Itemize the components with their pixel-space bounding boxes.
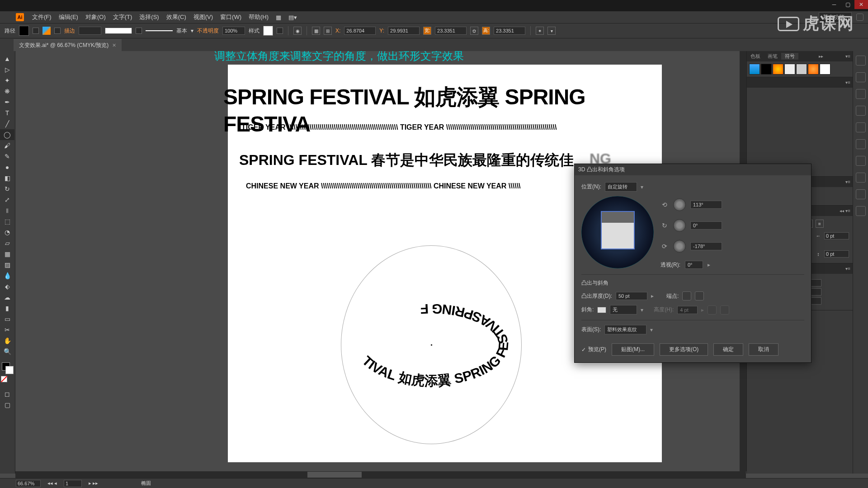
rotate-z-dial[interactable] [673,240,686,253]
indent-right[interactable] [824,232,849,239]
blob-tool[interactable]: ● [0,162,14,173]
align-icon[interactable]: ▦ [312,27,320,35]
recolor-icon[interactable]: ◉ [293,27,302,35]
stroke-weight[interactable] [79,27,101,35]
screen-mode[interactable]: ▢ [0,399,14,410]
dock-icon[interactable] [856,189,866,199]
x-input[interactable] [344,27,376,35]
stroke-label[interactable]: 描边 [64,27,75,35]
eyedropper-tool[interactable]: 💧 [0,270,14,281]
document-tab[interactable]: 文变效果.ai* @ 66.67% (CMYK/预览) ✕ [14,39,122,51]
w-input[interactable] [435,27,467,35]
rotate-x-dial[interactable] [673,198,686,211]
h-input[interactable] [494,27,525,35]
stroke-preview[interactable] [105,28,132,34]
menu-type[interactable]: 文字(T) [109,13,136,21]
close-button[interactable]: ✕ [854,0,868,9]
menu-layout-icon[interactable]: ▦ [272,14,285,21]
space-after[interactable] [824,250,849,258]
pen-tool[interactable]: ✒ [0,97,14,108]
panel-menu-icon[interactable]: ▾≡ [843,54,853,59]
color-picker[interactable] [0,361,15,375]
rotate-tool[interactable]: ↻ [0,183,14,194]
text-line-3[interactable]: SPRING FESTIVAL 春节是中华民族最隆重的传统佳 [239,150,574,170]
brush-icon[interactable] [42,27,51,35]
more-icon[interactable]: ▾ [547,27,556,35]
style-dd[interactable] [277,28,283,34]
tab-color[interactable]: 色板 [747,53,764,60]
shape-icon[interactable]: ✦ [536,27,544,35]
preview-checkbox[interactable]: ✓预览(P) [581,346,606,353]
menu-window[interactable]: 窗口(W) [217,13,245,21]
perspective-input[interactable] [685,261,703,269]
zoom-input[interactable] [16,480,41,487]
ellipse-tool[interactable]: ◯ [0,129,14,140]
cap-on-button[interactable] [682,291,691,300]
symbol-item[interactable] [808,64,819,75]
cancel-button[interactable]: 取消 [749,343,778,356]
brush-tool[interactable]: 🖌 [0,140,14,151]
stroke-dd[interactable] [136,28,142,34]
hand-tool[interactable]: ✋ [0,335,14,346]
dock-icon[interactable] [856,56,866,66]
menu-effect[interactable]: 效果(C) [163,13,190,21]
cap-off-button[interactable] [695,291,704,300]
minimize-button[interactable]: ─ [827,0,841,9]
artboard-tool[interactable]: ▭ [0,314,14,324]
panel-menu-icon[interactable]: ▾≡ [843,179,853,184]
dock-icon[interactable] [856,72,866,82]
menu-arrange-icon[interactable]: ▤▾ [285,14,301,21]
horizontal-scrollbar[interactable] [15,471,746,478]
artboard-num[interactable] [64,480,82,487]
dialog-titlebar[interactable]: 3D 凸出和斜角选项 [575,164,811,175]
artboard-nav[interactable]: ◂◂ ◂ [47,480,57,486]
gradient-tool[interactable]: ▨ [0,259,14,270]
symbol-item[interactable] [784,64,795,75]
opacity-input[interactable] [222,27,245,35]
bevel-dropdown[interactable]: 无 [610,305,637,314]
eraser-tool[interactable]: ◧ [0,173,14,183]
selection-tool[interactable]: ▲ [0,53,14,64]
slice-tool[interactable]: ✂ [0,324,14,335]
link-wh-icon[interactable]: ⯐ [470,27,478,35]
symbol-item[interactable] [820,64,830,75]
para-justify-3[interactable]: ≡ [816,220,824,228]
panel-menu-icon[interactable]: ◂◂ ▾≡ [837,208,853,213]
wand-tool[interactable]: ✦ [0,75,14,86]
dock-icon[interactable] [856,122,866,132]
brush-dd[interactable] [54,28,61,34]
menu-view[interactable]: 视图(V) [190,13,217,21]
menu-select[interactable]: 选择(S) [136,13,162,21]
surface-dropdown[interactable]: 塑料效果底纹 [604,325,646,334]
width-tool[interactable]: ⫴ [0,205,14,216]
rotate-y-dial[interactable] [673,219,686,232]
y-input[interactable] [388,27,420,35]
map-button[interactable]: 贴图(M)... [612,343,654,356]
transform-icon[interactable]: ⊞ [324,27,332,35]
shape-builder-tool[interactable]: ◔ [0,227,14,238]
scale-tool[interactable]: ⤢ [0,194,14,205]
symbol-item[interactable] [749,64,760,75]
rotate-y-input[interactable] [690,221,722,230]
lasso-tool[interactable]: ❋ [0,86,14,97]
more-options-button[interactable]: 更多选项(O) [660,343,708,356]
no-color[interactable] [1,376,7,382]
search-icon[interactable] [856,14,863,21]
menu-file[interactable]: 文件(F) [28,13,55,21]
position-dropdown[interactable]: 自定旋转 [605,182,637,192]
blend-tool[interactable]: ⬖ [0,281,14,292]
menu-edit[interactable]: 编辑(E) [55,13,82,21]
style-swatch[interactable] [263,26,273,36]
dock-icon[interactable] [856,89,866,99]
rotate-z-input[interactable] [690,242,722,250]
panel-collapse-icon[interactable]: ▸▸ [816,54,826,59]
brush-stroke-preview[interactable] [146,30,173,31]
menu-object[interactable]: 对象(O) [82,13,109,21]
tab-close-icon[interactable]: ✕ [112,42,116,48]
tab-symbols[interactable]: 符号 [781,53,798,60]
mesh-tool[interactable]: ▦ [0,249,14,259]
3d-extrude-dialog[interactable]: 3D 凸出和斜角选项 位置(N): 自定旋转▾ ⟲ ↻ ⟳ 透视(R):▸ 凸出… [574,164,811,363]
rotation-cube[interactable] [581,196,654,268]
draw-mode[interactable]: ◻ [0,389,14,399]
pencil-tool[interactable]: ✎ [0,151,14,162]
